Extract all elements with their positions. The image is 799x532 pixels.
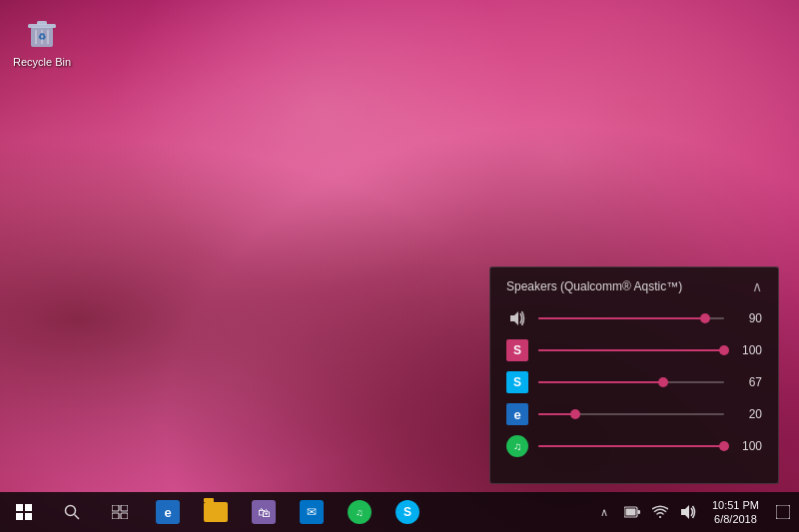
app3-slider[interactable] <box>538 407 724 421</box>
clock[interactable]: 10:51 PM 6/8/2018 <box>704 498 767 527</box>
svg-text:♻: ♻ <box>38 32 46 42</box>
wifi-icon <box>648 500 672 524</box>
edge-icon: e <box>156 500 180 524</box>
svg-point-8 <box>66 506 76 516</box>
svg-marker-17 <box>681 505 689 519</box>
app3-slider-row: e 20 <box>506 403 762 425</box>
recycle-bin-label: Recycle Bin <box>13 56 71 69</box>
speaker-icon <box>506 307 528 329</box>
svg-rect-13 <box>121 513 128 519</box>
clock-time: 10:51 PM <box>712 498 759 512</box>
panel-header: Speakers (Qualcomm® Aqstic™) ∧ <box>506 279 762 293</box>
mail-icon: ✉ <box>300 500 324 524</box>
svg-rect-12 <box>112 513 119 519</box>
recycle-bin-graphic: ♻ <box>22 12 62 52</box>
tray-overflow-button[interactable]: ∧ <box>592 500 616 524</box>
taskbar-folder[interactable] <box>192 492 240 532</box>
search-button[interactable] <box>48 492 96 532</box>
app2-slider-row: S 67 <box>506 371 762 393</box>
app2-icon: S <box>506 371 528 393</box>
app2-slider[interactable] <box>538 375 724 389</box>
taskbar-spotify[interactable]: ♫ <box>336 492 384 532</box>
spotify-icon: ♫ <box>348 500 372 524</box>
app4-icon: ♫ <box>506 435 528 457</box>
app3-icon: e <box>506 403 528 425</box>
svg-line-9 <box>75 515 80 520</box>
svg-rect-10 <box>112 505 119 511</box>
skype-icon: S <box>396 500 419 524</box>
taskbar-edge[interactable]: e <box>144 492 192 532</box>
system-volume-value: 90 <box>734 311 762 325</box>
search-icon <box>64 504 80 520</box>
notification-button[interactable] <box>771 492 795 532</box>
taskbar: e 🛍 ✉ ♫ S ∧ <box>0 492 799 532</box>
system-slider[interactable] <box>538 311 724 325</box>
volume-icon[interactable] <box>676 500 700 524</box>
system-slider-row: 90 <box>506 307 762 329</box>
taskbar-skype[interactable]: S <box>384 492 431 532</box>
app1-slider[interactable] <box>538 343 724 357</box>
windows-logo <box>16 504 32 520</box>
svg-rect-16 <box>625 509 635 516</box>
task-view-button[interactable] <box>96 492 144 532</box>
app1-slider-row: S 100 <box>506 339 762 361</box>
panel-close-button[interactable]: ∧ <box>752 279 762 293</box>
taskbar-left <box>0 492 144 532</box>
app2-volume-value: 67 <box>734 375 762 389</box>
clock-date: 6/8/2018 <box>714 512 757 526</box>
app3-volume-value: 20 <box>734 407 762 421</box>
panel-title: Speakers (Qualcomm® Aqstic™) <box>506 279 682 293</box>
app4-slider-row: ♫ 100 <box>506 435 762 457</box>
svg-marker-7 <box>510 311 518 325</box>
svg-rect-15 <box>637 510 640 514</box>
store-icon: 🛍 <box>252 500 276 524</box>
task-view-icon <box>112 505 128 519</box>
svg-rect-18 <box>776 505 790 519</box>
start-button[interactable] <box>0 492 48 532</box>
app1-volume-value: 100 <box>734 343 762 357</box>
taskbar-mail[interactable]: ✉ <box>288 492 336 532</box>
app4-volume-value: 100 <box>734 439 762 453</box>
svg-rect-11 <box>121 505 128 511</box>
volume-mixer-panel: Speakers (Qualcomm® Aqstic™) ∧ 90 S <box>489 266 779 484</box>
recycle-bin-icon[interactable]: ♻ Recycle Bin <box>8 8 76 73</box>
taskbar-center: e 🛍 ✉ ♫ S <box>144 492 592 532</box>
taskbar-store[interactable]: 🛍 <box>240 492 288 532</box>
folder-icon <box>204 502 228 522</box>
app4-slider[interactable] <box>538 439 724 453</box>
app1-icon: S <box>506 339 528 361</box>
svg-rect-2 <box>37 21 47 25</box>
battery-icon <box>620 500 644 524</box>
system-tray: ∧ 10:51 <box>592 492 799 532</box>
